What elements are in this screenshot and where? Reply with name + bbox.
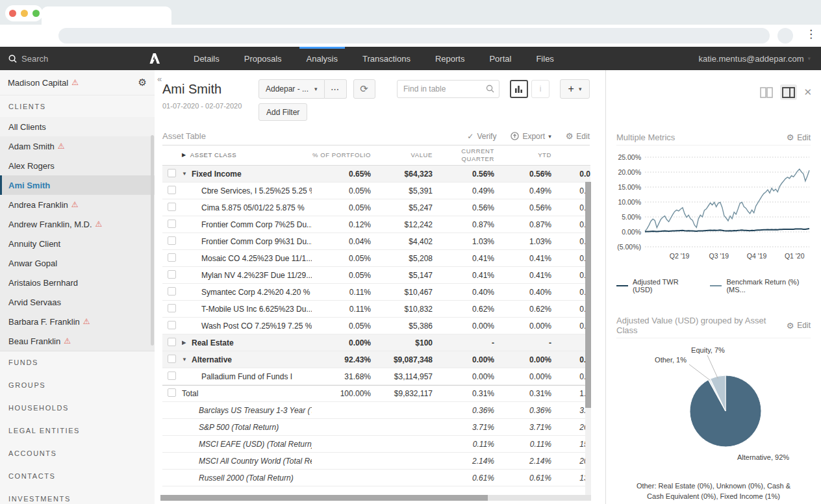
sidebar-item-aristaios-bernhard[interactable]: Aristaios Bernhard — [0, 273, 155, 292]
addepar-logo[interactable] — [148, 47, 160, 70]
column-header-pct-portfolio[interactable]: % OF PORTFOLIO — [312, 151, 380, 159]
close-panel-icon[interactable]: ✕ — [803, 86, 812, 98]
sidebar-section-contacts[interactable]: CONTACTS — [0, 464, 155, 487]
tab-portal[interactable]: Portal — [477, 47, 524, 70]
org-settings-gear-icon[interactable]: ⚙ — [138, 77, 147, 88]
row-checkbox[interactable] — [168, 304, 176, 312]
row-checkbox[interactable] — [168, 287, 176, 296]
table-row[interactable]: ▶Real Estate0.00%$100-- — [162, 334, 590, 351]
row-checkbox[interactable] — [168, 253, 176, 262]
row-checkbox[interactable] — [168, 270, 176, 279]
sidebar-item-ami-smith[interactable]: Ami Smith — [0, 175, 155, 195]
column-header-value[interactable]: VALUE — [380, 151, 442, 159]
browser-tab[interactable] — [42, 6, 171, 25]
column-header-current-quarter[interactable]: CURRENT QUARTER — [442, 147, 503, 163]
row-checkbox[interactable] — [168, 372, 176, 380]
column-header-asset-class[interactable]: ▶ ASSET CLASS — [182, 151, 312, 159]
edit-line-module-button[interactable]: ⚙ Edit — [787, 132, 811, 142]
sidebar-section-clients[interactable]: CLIENTS — [0, 95, 155, 117]
edit-pie-module-button[interactable]: ⚙ Edit — [787, 321, 811, 331]
row-checkbox[interactable] — [168, 203, 176, 211]
sidebar-item-all-clients[interactable]: All Clients — [0, 117, 155, 136]
sidebar-item-anwar-gopal[interactable]: Anwar Gopal — [0, 253, 155, 273]
sidebar-org-row[interactable]: Madison Capital ⚠ ⚙ — [0, 70, 155, 95]
table-row[interactable]: Palladium Fund of Funds I31.68%$3,114,95… — [162, 368, 590, 385]
maximize-window-button[interactable] — [32, 10, 40, 17]
table-row[interactable]: Barclays US Treasury 1-3 Year (Total...0… — [162, 402, 590, 419]
sidebar-item-adam-smith[interactable]: Adam Smith⚠ — [0, 136, 155, 156]
tab-reports[interactable]: Reports — [423, 47, 477, 70]
sidebar-section-accounts[interactable]: ACCOUNTS — [0, 442, 155, 464]
table-row[interactable]: Mosaic CO 4.25%23 Due 11/1...0.05%$5,208… — [162, 250, 590, 267]
verify-button[interactable]: ✓ Verify — [467, 132, 496, 141]
add-module-button[interactable]: + ▾ — [560, 79, 590, 99]
sidebar-section-groups[interactable]: GROUPS — [0, 373, 155, 396]
address-bar[interactable] — [58, 28, 770, 44]
close-window-button[interactable] — [9, 10, 16, 17]
row-checkbox[interactable] — [168, 236, 176, 245]
export-button[interactable]: Export ▾ — [511, 132, 551, 141]
sidebar-item-alex-rogers[interactable]: Alex Rogers — [0, 156, 155, 175]
sidebar-item-barbara-f-franklin[interactable]: Barbara F. Franklin⚠ — [0, 312, 155, 331]
row-checkbox[interactable] — [168, 338, 176, 346]
sidebar-section-funds[interactable]: FUNDS — [0, 351, 155, 373]
triangle-down-icon[interactable]: ▼ — [182, 171, 187, 177]
collapse-sidebar-icon[interactable]: « — [157, 74, 162, 84]
tab-details[interactable]: Details — [181, 47, 232, 70]
refresh-button[interactable]: ⟳ — [353, 79, 375, 99]
view-dropdown[interactable]: Addepar - ... ▾ — [259, 79, 325, 99]
table-row[interactable]: MSCI EAFE (USD) (Total Return)0.11%0.11%… — [162, 436, 590, 453]
sidebar-item-andrew-franklin-m-d-[interactable]: Andrew Franklin, M.D.⚠ — [0, 214, 155, 234]
table-row[interactable]: T-Mobile US Inc 6.625%23 Du...0.11%$10,8… — [162, 301, 590, 318]
horizontal-scrollbar[interactable] — [160, 495, 591, 501]
find-in-table-input[interactable] — [397, 80, 499, 98]
table-row[interactable]: ▼Alternative92.43%$9,087,3480.00%0.00%0.… — [162, 351, 590, 368]
table-row[interactable]: Cima 5.875 05/01/22 5.875 %0.05%$5,2470.… — [162, 199, 590, 216]
table-row[interactable]: Wash Post CO 7.25%19 7.25 %0.05%$5,3860.… — [162, 318, 590, 334]
table-row[interactable]: Frontier Comm Corp 9%31 Du...0.04%$4,402… — [162, 233, 590, 250]
layout-split-columns-button[interactable] — [758, 84, 775, 100]
browser-menu-icon[interactable]: ⋮ — [805, 27, 816, 41]
row-checkbox[interactable] — [168, 186, 176, 194]
table-row[interactable]: Russell 2000 (Total Return)0.61%0.61%13. — [162, 470, 590, 486]
tab-files[interactable]: Files — [524, 47, 566, 70]
row-checkbox[interactable] — [168, 321, 176, 329]
sidebar-section-legal-entities[interactable]: LEGAL ENTITIES — [0, 419, 155, 442]
table-row[interactable]: MSCI All Country World (Total Return)2.1… — [162, 453, 590, 470]
date-range[interactable]: 01-07-2020 - 02-07-2020 — [162, 102, 259, 110]
add-filter-button[interactable]: Add Filter — [259, 103, 307, 121]
vertical-scrollbar[interactable] — [585, 182, 591, 495]
edit-table-button[interactable]: ⚙ Edit — [566, 131, 590, 141]
layout-right-panel-button[interactable] — [780, 84, 797, 100]
column-header-ytd[interactable]: YTD — [503, 151, 561, 159]
user-menu[interactable]: katie.mentus@addepar.com ▾ — [698, 47, 821, 70]
table-row[interactable]: Symantec Corp 4.2%20 4.20 %0.11%$10,4670… — [162, 284, 590, 301]
tab-transactions[interactable]: Transactions — [350, 47, 423, 70]
table-row[interactable]: ▼Fixed Income0.65%$64,3230.56%0.56%0.0 — [162, 166, 590, 183]
row-checkbox[interactable] — [168, 388, 176, 397]
table-row[interactable]: Frontier Comm Corp 7%25 Du...0.12%$12,24… — [162, 216, 590, 233]
minimize-window-button[interactable] — [21, 10, 28, 17]
tab-proposals[interactable]: Proposals — [232, 47, 294, 70]
triangle-down-icon[interactable]: ▼ — [182, 357, 187, 362]
sidebar-item-arvid-servaas[interactable]: Arvid Servaas — [0, 292, 155, 312]
browser-profile-avatar[interactable] — [777, 28, 793, 44]
table-row[interactable]: S&P 500 (Total Return)3.71%3.71%26. — [162, 419, 590, 436]
table-row[interactable]: Mylan NV 4.2%23F Due 11/29...0.05%$5,147… — [162, 267, 590, 284]
sidebar-item-annuity-client[interactable]: Annuity Client — [0, 234, 155, 253]
info-panel-toggle-button[interactable]: i — [531, 80, 549, 98]
sidebar-scrollbar[interactable] — [151, 135, 154, 346]
tab-analysis[interactable]: Analysis — [294, 47, 350, 70]
row-checkbox[interactable] — [168, 220, 176, 228]
sidebar-section-households[interactable]: HOUSEHOLDS — [0, 396, 155, 419]
view-more-options-button[interactable]: ⋯ — [325, 79, 347, 99]
row-checkbox[interactable] — [168, 355, 176, 363]
chart-view-toggle-button[interactable] — [510, 80, 528, 98]
sidebar-item-andrea-franklin[interactable]: Andrea Franklin⚠ — [0, 195, 155, 214]
sidebar-section-investments[interactable]: INVESTMENTS — [0, 487, 155, 504]
table-row[interactable]: Cbre Services, I 5.25%25 5.25 %0.05%$5,3… — [162, 183, 590, 199]
triangle-right-icon[interactable]: ▶ — [182, 340, 187, 346]
row-checkbox[interactable] — [168, 169, 176, 177]
table-row[interactable]: Total100.00%$9,832,1170.31%0.31%1.0 — [162, 385, 590, 402]
global-search[interactable]: Search — [0, 47, 148, 70]
